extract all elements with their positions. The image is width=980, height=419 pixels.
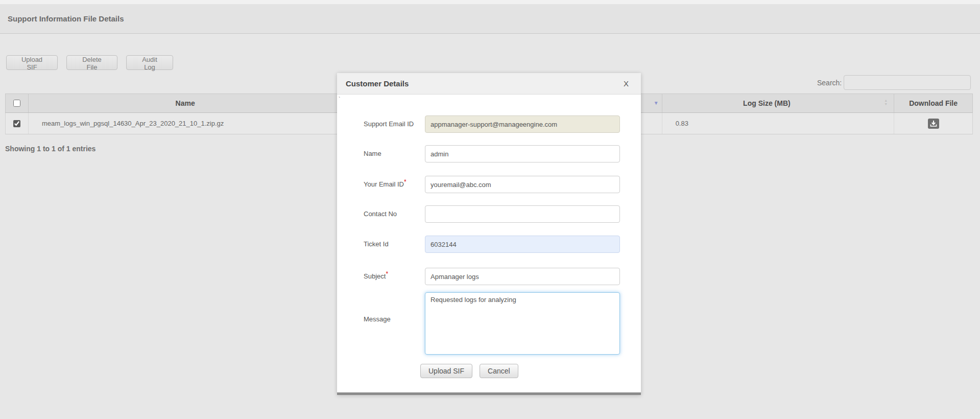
- header-cell-name[interactable]: Name: [29, 94, 342, 112]
- sort-up-glyph: ▲: [884, 99, 888, 102]
- audit-log-button[interactable]: Audit Log: [126, 55, 173, 70]
- stray-artifact: `: [339, 97, 340, 102]
- your-email-field[interactable]: [425, 176, 620, 193]
- message-field[interactable]: Requested logs for analyzing: [425, 292, 620, 355]
- close-icon[interactable]: X: [624, 79, 629, 88]
- download-icon: [930, 120, 937, 127]
- row-cell-checkbox: [6, 113, 29, 134]
- your-email-label: Your Email ID*: [364, 176, 407, 193]
- name-label: Name: [364, 145, 381, 162]
- row-cell-download: [894, 113, 972, 134]
- header-cell-download: Download File: [894, 94, 972, 112]
- ticket-id-field[interactable]: [425, 236, 620, 253]
- upload-sif-button[interactable]: Upload SIF: [6, 55, 58, 70]
- search-input[interactable]: [844, 75, 971, 90]
- your-email-label-text: Your Email ID: [364, 180, 404, 188]
- required-marker: *: [386, 270, 388, 277]
- delete-file-button[interactable]: Delete File: [66, 55, 117, 70]
- download-column-label: Download File: [909, 99, 958, 107]
- download-file-button[interactable]: [928, 119, 939, 129]
- log-size-column-label: Log Size (MB): [743, 99, 791, 107]
- row-checkbox[interactable]: [13, 120, 20, 127]
- file-name-text: meam_logs_win_pgsql_14630_Apr_23_2020_21…: [42, 120, 224, 127]
- subject-label-text: Subject: [364, 272, 386, 280]
- contact-no-label: Contact No: [364, 205, 397, 223]
- sort-down-glyph: ▼: [884, 102, 888, 106]
- modal-title: Customer Details: [346, 79, 409, 88]
- header-cell-log-size[interactable]: Log Size (MB) ▲ ▼: [662, 94, 895, 112]
- support-email-label: Support Email ID: [364, 115, 414, 133]
- top-strip: [0, 0, 980, 4]
- page-title: Support Information File Details: [8, 14, 124, 23]
- log-size-value: 0.83: [676, 120, 688, 127]
- customer-details-modal: Customer Details X ` Support Email ID Na…: [337, 73, 641, 395]
- subject-label: Subject*: [364, 268, 388, 285]
- support-email-field[interactable]: [425, 115, 620, 133]
- row-cell-log-size: 0.83: [662, 113, 895, 134]
- modal-cancel-button[interactable]: Cancel: [480, 364, 518, 378]
- header-cell-checkbox: [6, 94, 29, 112]
- name-field[interactable]: [425, 145, 620, 162]
- select-all-checkbox[interactable]: [13, 100, 20, 107]
- page-header: Support Information File Details: [0, 4, 980, 34]
- modal-upload-sif-button[interactable]: Upload SIF: [420, 364, 472, 378]
- message-label: Message: [364, 316, 391, 322]
- ticket-id-label: Ticket Id: [364, 236, 389, 253]
- search-area: Search:: [817, 75, 971, 90]
- subject-field[interactable]: [425, 268, 620, 285]
- table-summary: Showing 1 to 1 of 1 entries: [5, 145, 95, 153]
- sort-desc-icon: ▼: [654, 101, 659, 106]
- search-label: Search:: [817, 79, 842, 87]
- toolbar: Upload SIF Delete File Audit Log: [6, 55, 173, 70]
- field-row-message: Message Requested logs for analyzing: [337, 292, 641, 355]
- row-cell-name: meam_logs_win_pgsql_14630_Apr_23_2020_21…: [29, 113, 342, 134]
- name-column-label: Name: [176, 99, 195, 107]
- modal-header[interactable]: Customer Details X: [337, 73, 641, 95]
- sort-both-icon: ▲ ▼: [884, 99, 888, 106]
- required-marker: *: [404, 178, 407, 185]
- modal-buttons: Upload SIF Cancel: [420, 364, 518, 378]
- contact-no-field[interactable]: [425, 205, 620, 223]
